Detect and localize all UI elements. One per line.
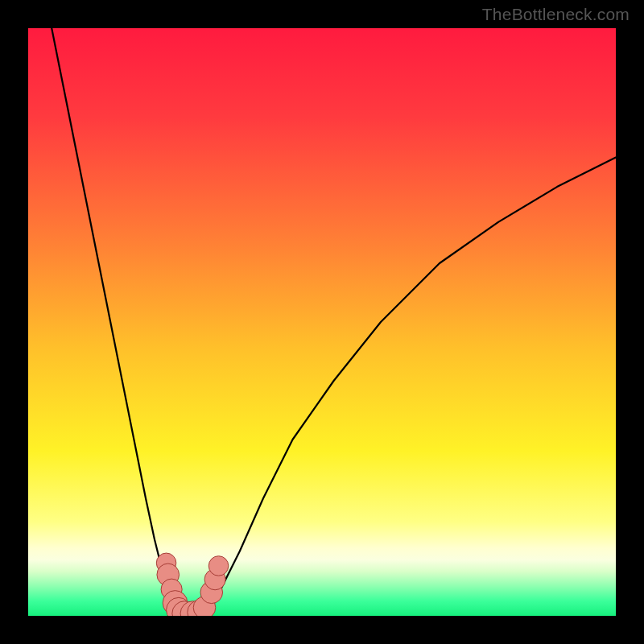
- chart-frame: TheBottleneck.com: [0, 0, 644, 644]
- curve-layer: [28, 28, 616, 616]
- data-marker: [208, 556, 229, 576]
- series-left-branch: [52, 28, 178, 616]
- plot-area: [28, 28, 616, 616]
- watermark-text: TheBottleneck.com: [482, 5, 630, 24]
- series-right-branch: [204, 158, 616, 616]
